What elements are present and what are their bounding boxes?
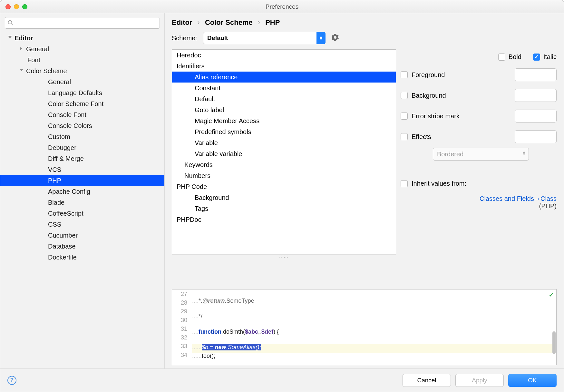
titlebar: Preferences: [0, 0, 564, 13]
minimize-icon[interactable]: [14, 4, 19, 9]
chevron-right-icon: ›: [258, 18, 260, 27]
token-item-heredoc[interactable]: Heredoc: [172, 50, 396, 61]
token-item-alias-reference[interactable]: Alias reference: [172, 72, 396, 83]
effects-swatch[interactable]: [515, 130, 557, 143]
tokens-tree[interactable]: HeredocIdentifiersAlias referenceConstan…: [172, 49, 396, 254]
sidebar-item-database[interactable]: Database: [0, 241, 164, 252]
inherit-link[interactable]: Classes and Fields→Class: [401, 195, 557, 202]
code-body[interactable]: ....*.@return.SomeType ....*/ ....functi…: [190, 289, 556, 365]
token-item-tags[interactable]: Tags: [172, 203, 396, 214]
tree-arrow-icon: [42, 222, 46, 227]
footer: ? Cancel Apply OK: [0, 368, 564, 392]
foreground-swatch[interactable]: [515, 68, 557, 81]
settings-tree[interactable]: EditorGeneralFontColor SchemeGeneralLang…: [0, 33, 164, 368]
scheme-select[interactable]: Default: [203, 32, 326, 44]
sidebar-item-css[interactable]: CSS: [0, 219, 164, 230]
ok-button[interactable]: OK: [508, 374, 557, 387]
select-arrows-icon[interactable]: [316, 32, 326, 44]
sidebar-item-language-defaults[interactable]: Language Defaults: [0, 87, 164, 98]
error-stripe-checkbox[interactable]: [401, 113, 408, 120]
sidebar-item-custom[interactable]: Custom: [0, 131, 164, 142]
effect-type-select[interactable]: Bordered: [433, 148, 529, 161]
token-item-predefined-symbols[interactable]: Predefined symbols: [172, 126, 396, 137]
sidebar-item-cucumber[interactable]: Cucumber: [0, 230, 164, 241]
bc-editor[interactable]: Editor: [172, 18, 192, 27]
token-item-magic-member-access[interactable]: Magic Member Access: [172, 115, 396, 126]
scheme-row: Scheme: Default: [165, 29, 564, 49]
tree-arrow-icon: [42, 123, 46, 128]
tree-arrow-icon: [42, 134, 46, 139]
sidebar-item-general[interactable]: General: [0, 76, 164, 87]
background-checkbox[interactable]: [401, 92, 408, 99]
token-item-identifiers[interactable]: Identifiers: [172, 61, 396, 72]
token-item-variable[interactable]: Variable: [172, 137, 396, 148]
sidebar-item-coffeescript[interactable]: CoffeeScript: [0, 208, 164, 219]
check-icon: ✔: [549, 291, 554, 299]
tree-label: Dockerfile: [48, 254, 77, 261]
tree-arrow-icon: [20, 69, 24, 73]
bc-php[interactable]: PHP: [265, 18, 280, 27]
token-item-variable-variable[interactable]: Variable variable: [172, 148, 396, 159]
sidebar-item-console-font[interactable]: Console Font: [0, 109, 164, 120]
tree-arrow-icon: [42, 200, 46, 205]
style-options: Bold Italic Foreground Background: [401, 49, 557, 288]
sidebar-item-general[interactable]: General: [0, 44, 164, 54]
sidebar-item-dockerfile[interactable]: Dockerfile: [0, 252, 164, 263]
token-item-background[interactable]: Background: [172, 192, 396, 203]
zoom-icon[interactable]: [22, 4, 27, 9]
italic-label: Italic: [543, 53, 557, 61]
line-number: 34: [172, 352, 187, 360]
italic-checkbox[interactable]: [533, 54, 540, 61]
token-item-default[interactable]: Default: [172, 93, 396, 104]
token-item-constant[interactable]: Constant: [172, 83, 396, 93]
tree-label: CSS: [48, 221, 61, 228]
inherit-checkbox[interactable]: [401, 180, 408, 187]
token-item-php-code[interactable]: PHP Code: [172, 181, 396, 192]
close-icon[interactable]: [5, 4, 11, 9]
sidebar-item-color-scheme-font[interactable]: Color Scheme Font: [0, 98, 164, 109]
scrollbar[interactable]: [552, 331, 556, 354]
gear-icon[interactable]: [331, 34, 339, 43]
search-wrap: [5, 17, 160, 29]
cancel-button[interactable]: Cancel: [403, 374, 451, 387]
token-item-phpdoc[interactable]: PHPDoc: [172, 214, 396, 225]
sidebar-item-vcs[interactable]: VCS: [0, 164, 164, 175]
bc-color-scheme[interactable]: Color Scheme: [205, 18, 253, 27]
token-item-keywords[interactable]: Keywords: [172, 159, 396, 170]
background-swatch[interactable]: [515, 89, 557, 102]
token-label: Identifiers: [177, 63, 205, 70]
bold-checkbox[interactable]: [498, 54, 505, 61]
effects-checkbox[interactable]: [401, 133, 408, 140]
svg-line-1: [12, 24, 13, 25]
tree-label: Font: [27, 56, 40, 64]
token-label: Heredoc: [177, 52, 201, 59]
token-item-goto-label[interactable]: Goto label: [172, 104, 396, 115]
sidebar-item-font[interactable]: Font: [0, 54, 164, 65]
search-input[interactable]: [5, 17, 160, 29]
sidebar-item-editor[interactable]: Editor: [0, 33, 164, 44]
sidebar-item-apache-config[interactable]: Apache Config: [0, 186, 164, 197]
error-stripe-swatch[interactable]: [515, 110, 557, 122]
foreground-checkbox[interactable]: [401, 71, 408, 78]
sidebar-item-diff-merge[interactable]: Diff & Merge: [0, 153, 164, 164]
apply-button[interactable]: Apply: [455, 374, 504, 387]
token-item-numbers[interactable]: Numbers: [172, 170, 396, 181]
token-label: Variable variable: [195, 150, 242, 158]
line-number: 27: [172, 291, 187, 299]
sidebar-item-console-colors[interactable]: Console Colors: [0, 120, 164, 131]
sidebar-item-debugger[interactable]: Debugger: [0, 142, 164, 153]
sidebar-item-php[interactable]: PHP: [0, 175, 164, 186]
tree-label: General: [48, 78, 71, 86]
tree-arrow-icon: [20, 47, 24, 51]
sidebar-item-color-scheme[interactable]: Color Scheme: [0, 65, 164, 76]
help-icon[interactable]: ?: [7, 376, 16, 385]
line-number: 29: [172, 308, 187, 317]
traffic-lights: [5, 4, 27, 9]
sidebar-item-blade[interactable]: Blade: [0, 197, 164, 208]
line-number: 33: [172, 343, 187, 352]
tree-label: General: [26, 45, 49, 53]
tree-label: Debugger: [48, 144, 76, 152]
gutter: 2728293031323334: [172, 289, 190, 365]
settings-sidebar: EditorGeneralFontColor SchemeGeneralLang…: [0, 13, 165, 368]
splitter-grip-icon[interactable]: ::::::: [172, 254, 396, 258]
